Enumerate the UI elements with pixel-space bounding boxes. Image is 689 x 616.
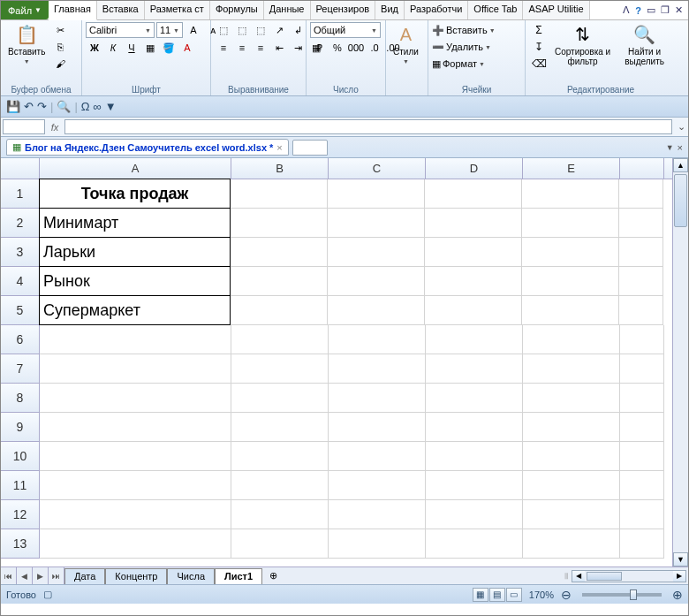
cell-E3[interactable] [522, 238, 619, 267]
sheet-nav-last[interactable]: ⏭ [49, 567, 64, 584]
cell-B12[interactable] [231, 500, 329, 529]
cell-A10[interactable] [40, 442, 231, 471]
omega-button[interactable]: Ω [81, 100, 90, 113]
cell-F1[interactable] [619, 179, 663, 209]
row-header-8[interactable]: 8 [1, 384, 40, 413]
cell-B1[interactable] [231, 179, 328, 209]
cell-D10[interactable] [426, 442, 523, 471]
cell-E5[interactable] [522, 296, 619, 325]
cell-E11[interactable] [523, 471, 620, 500]
delete-cells-button[interactable]: ➖Удалить▼ [432, 39, 491, 55]
window-close-icon[interactable]: ✕ [675, 4, 683, 16]
cell-F13[interactable] [620, 529, 664, 559]
sheet-tab-0[interactable]: Дата [64, 568, 105, 584]
cell-C7[interactable] [329, 354, 426, 384]
wrap-text-button[interactable]: ↲ [289, 22, 307, 38]
cell-F5[interactable] [619, 296, 663, 325]
redo-button[interactable]: ↷ [37, 100, 47, 113]
cell-B7[interactable] [231, 354, 329, 384]
cell-C3[interactable] [328, 238, 425, 267]
cell-C9[interactable] [329, 413, 426, 442]
cell-C4[interactable] [328, 267, 425, 296]
doc-tabs-close-icon[interactable]: × [678, 142, 683, 153]
cell-C10[interactable] [329, 442, 426, 471]
row-header-1[interactable]: 1 [1, 179, 40, 209]
tab-home[interactable]: Главная [49, 1, 97, 20]
cell-B6[interactable] [231, 325, 329, 354]
view-break-button[interactable]: ▭ [506, 588, 522, 602]
hscroll-split-icon[interactable]: ⦀ [564, 571, 568, 582]
fill-color-button[interactable]: 🪣 [160, 40, 178, 56]
qat-customize-icon[interactable]: ▼ [105, 100, 117, 113]
zoom-thumb[interactable] [630, 589, 637, 600]
row-header-13[interactable]: 13 [1, 529, 40, 559]
cell-E4[interactable] [522, 267, 619, 296]
cell-A7[interactable] [40, 354, 231, 384]
doc-tabs-menu-icon[interactable]: ▼ [666, 143, 674, 152]
cell-F11[interactable] [620, 471, 664, 500]
font-size-select[interactable]: 11▼ [156, 22, 183, 38]
tab-data[interactable]: Данные [264, 1, 311, 19]
tab-office[interactable]: Office Tab [468, 1, 523, 19]
number-format-select[interactable]: Общий▼ [310, 22, 381, 38]
fill-button[interactable]: ↧ [529, 39, 549, 55]
align-center-button[interactable]: ≡ [233, 40, 251, 56]
row-header-5[interactable]: 5 [1, 296, 40, 325]
cell-B5[interactable] [231, 296, 328, 325]
cell-A9[interactable] [40, 413, 231, 442]
col-header-A[interactable]: A [40, 158, 231, 179]
align-bottom-button[interactable]: ⬚ [252, 22, 269, 38]
cell-A13[interactable] [40, 529, 231, 559]
italic-button[interactable]: К [104, 40, 122, 56]
cell-A3[interactable]: Ларьки [39, 237, 231, 267]
decrease-indent-button[interactable]: ⇤ [270, 40, 288, 56]
sheet-tab-2[interactable]: Числа [167, 568, 215, 584]
cell-D9[interactable] [426, 413, 523, 442]
cell-D5[interactable] [425, 296, 522, 325]
cell-B10[interactable] [231, 442, 329, 471]
cell-F8[interactable] [620, 384, 664, 413]
cell-D7[interactable] [426, 354, 523, 384]
cell-F3[interactable] [619, 238, 663, 267]
formula-input[interactable] [64, 119, 672, 134]
percent-button[interactable]: % [329, 40, 346, 56]
cell-C6[interactable] [329, 325, 426, 354]
cell-A11[interactable] [40, 471, 231, 500]
cell-F7[interactable] [620, 354, 664, 384]
cell-B3[interactable] [231, 238, 328, 267]
increase-indent-button[interactable]: ⇥ [289, 40, 307, 56]
border-button[interactable]: ▦ [141, 40, 159, 56]
scroll-down-icon[interactable]: ▼ [673, 552, 688, 567]
cell-E6[interactable] [523, 325, 620, 354]
print-preview-button[interactable]: 🔍 [57, 100, 71, 113]
new-tab-placeholder[interactable] [292, 140, 328, 156]
window-min-icon[interactable]: ▭ [647, 4, 655, 16]
cell-E9[interactable] [523, 413, 620, 442]
cell-B13[interactable] [231, 529, 329, 559]
col-header-D[interactable]: D [426, 158, 523, 179]
cell-A12[interactable] [40, 500, 231, 529]
clear-button[interactable]: ⌫ [529, 56, 549, 72]
cell-D6[interactable] [426, 325, 523, 354]
minimize-ribbon-icon[interactable]: ᐱ [623, 4, 630, 16]
vscroll-thumb[interactable] [674, 174, 687, 227]
zoom-out-button[interactable]: ⊖ [561, 588, 572, 602]
cell-E7[interactable] [523, 354, 620, 384]
increase-decimal-button[interactable]: .0 [366, 40, 383, 56]
row-header-12[interactable]: 12 [1, 500, 40, 529]
sheet-tab-1[interactable]: Концентр [105, 568, 167, 584]
cell-C2[interactable] [328, 209, 425, 238]
zoom-level[interactable]: 170% [529, 589, 554, 600]
scroll-left-icon[interactable]: ◀ [572, 571, 585, 582]
name-box[interactable] [3, 119, 45, 134]
cell-A2[interactable]: Минимарт [39, 208, 231, 238]
sheet-nav-next[interactable]: ▶ [33, 567, 49, 584]
view-normal-button[interactable]: ▦ [473, 588, 488, 602]
cell-F10[interactable] [620, 442, 664, 471]
cell-A6[interactable] [40, 325, 231, 354]
align-middle-button[interactable]: ⬚ [233, 22, 251, 38]
cell-F6[interactable] [620, 325, 664, 354]
infinity-button[interactable]: ∞ [94, 100, 102, 113]
cell-D11[interactable] [426, 471, 523, 500]
row-header-6[interactable]: 6 [1, 325, 40, 354]
